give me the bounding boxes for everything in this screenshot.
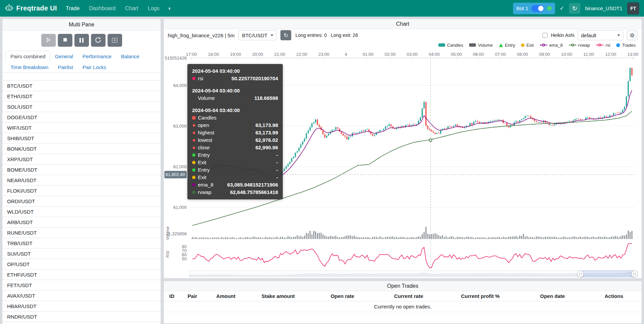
rvwap-line-icon xyxy=(569,43,576,47)
theme-toggle-icon[interactable]: ◐ xyxy=(168,5,172,12)
column-id[interactable]: ID xyxy=(164,291,180,301)
tooltip-row-close: close62,990.96 xyxy=(192,144,278,151)
plot-config-select[interactable]: default xyxy=(578,30,623,40)
legend-entry[interactable]: Entry xyxy=(499,43,515,48)
pair-list-item[interactable]: ETH/USDT xyxy=(2,91,161,102)
column-open-date[interactable]: Open date xyxy=(519,291,586,301)
brand[interactable]: Freqtrade UI xyxy=(5,3,57,13)
pause-button[interactable] xyxy=(74,34,89,47)
tab-pairs-combined[interactable]: Pairs combined xyxy=(6,51,50,62)
column-open-rate[interactable]: Open rate xyxy=(309,291,375,301)
pair-select[interactable]: BTC/USDT xyxy=(238,30,276,40)
chart-controls-right: Heikin Ashi default ⚙ xyxy=(543,30,638,40)
legend-volume[interactable]: Volume xyxy=(469,43,492,48)
svg-text:RSI: RSI xyxy=(165,251,170,258)
legend-rsi[interactable]: rsi xyxy=(596,43,610,48)
svg-text:4: 4 xyxy=(345,52,347,57)
tooltip-row-ema8: ema_863,085.948152171906 xyxy=(192,181,278,189)
svg-text:62,000: 62,000 xyxy=(173,164,187,169)
nav-link-logs[interactable]: Logs xyxy=(148,5,160,12)
stop-button[interactable] xyxy=(58,34,72,47)
cancel-open-orders-button[interactable]: × xyxy=(108,34,122,47)
pair-list-item[interactable]: BOME/USDT xyxy=(2,165,161,175)
pair-list-item[interactable]: NEAR/USDT xyxy=(2,175,161,186)
open-trades-column-headers: ID Pair Amount Stake amount Open rate Cu… xyxy=(164,291,642,301)
svg-text:18:00: 18:00 xyxy=(208,52,219,57)
bot-running-toggle[interactable] xyxy=(531,5,544,12)
legend-exit[interactable]: Exit xyxy=(521,43,534,48)
nav-link-dashboard[interactable]: Dashboard xyxy=(89,5,115,12)
legend-candles[interactable]: Candles xyxy=(438,43,463,48)
nav-link-chart[interactable]: Chart xyxy=(125,5,138,12)
svg-text:61,000: 61,000 xyxy=(173,205,187,210)
datazoom-left-handle[interactable] xyxy=(577,271,584,277)
entry-dot-icon xyxy=(192,153,196,157)
pair-list-item[interactable]: SUI/USDT xyxy=(2,249,161,259)
heikin-ashi-label: Heikin Ashi xyxy=(551,33,574,38)
svg-text:08:00: 08:00 xyxy=(517,52,528,57)
pair-list-item[interactable]: FLOKI/USDT xyxy=(2,186,161,196)
tab-balance[interactable]: Balance xyxy=(116,51,144,62)
tab-time-breakdown[interactable]: Time Breakdown xyxy=(6,62,53,73)
pair-list-item[interactable]: RUNE/USDT xyxy=(2,228,161,238)
reload-bot-button[interactable]: ↻ xyxy=(569,3,580,14)
pair-list-item[interactable]: BTC/USDT xyxy=(2,81,161,91)
tab-general[interactable]: General xyxy=(50,51,77,62)
column-stake-amount[interactable]: Stake amount xyxy=(247,291,309,301)
plot-settings-button[interactable]: ⚙ xyxy=(627,30,638,40)
pair-list-item[interactable]: RNDR/USDT xyxy=(2,311,161,322)
column-actions[interactable]: Actions xyxy=(586,291,642,301)
start-button[interactable] xyxy=(41,34,56,47)
reload-config-button[interactable] xyxy=(91,34,106,47)
pair-list-item[interactable]: BONK/USDT xyxy=(2,144,161,154)
bot-selector-chip[interactable]: Bot 1 xyxy=(513,3,555,14)
pair-list-item[interactable]: WIF/USDT xyxy=(2,123,161,133)
entry-triangle-icon xyxy=(499,43,503,47)
multi-pane-tabs: Pairs combined General Performance Balan… xyxy=(2,51,161,73)
strategy-timeframe-label: high_frog_binance_v226 | 5m xyxy=(168,33,234,38)
pair-list-item[interactable]: FET/USDT xyxy=(2,280,161,290)
column-current-profit[interactable]: Current profit % xyxy=(442,291,519,301)
pair-list-item[interactable]: ARB/USDT xyxy=(2,217,161,228)
svg-text:13:00: 13:00 xyxy=(627,52,639,57)
datazoom-slider[interactable] xyxy=(189,271,635,277)
tab-performance[interactable]: Performance xyxy=(78,51,116,62)
heikin-ashi-checkbox[interactable] xyxy=(543,33,548,38)
column-amount[interactable]: Amount xyxy=(205,291,247,301)
exit-dot-icon xyxy=(192,161,196,164)
svg-text:12:00: 12:00 xyxy=(605,52,616,57)
pair-list-item[interactable]: HBAR/USDT xyxy=(2,301,161,311)
freqtrade-robot-logo-icon xyxy=(5,3,14,13)
tooltip-row-entry: Entry- xyxy=(192,151,278,159)
legend-ema8[interactable]: ema_8 xyxy=(540,43,563,48)
pair-list-item[interactable]: DOGE/USDT xyxy=(2,112,161,123)
pair-list-item[interactable]: WLD/USDT xyxy=(2,207,161,217)
pair-list-item[interactable]: AVAX/USDT xyxy=(2,290,161,301)
legend-rvwap[interactable]: rvwap xyxy=(569,43,590,48)
pair-list-item[interactable]: SOL/USDT xyxy=(2,102,161,112)
exit-dot-icon xyxy=(192,176,196,179)
avatar[interactable]: FT xyxy=(627,2,639,15)
navbar-right: Bot 1 ✓ ↻ binance_USDT1 FT xyxy=(513,2,640,15)
pair-list-item[interactable]: AR/USDT xyxy=(2,322,161,324)
pair-list-item[interactable]: OP/USDT xyxy=(2,259,161,269)
pair-list-item[interactable]: ETHFI/USDT xyxy=(2,269,161,280)
legend-trades[interactable]: Trades xyxy=(616,43,636,48)
long-exit-stat: Long exit: 28 xyxy=(331,33,358,38)
trades-dot-icon xyxy=(616,43,620,47)
datazoom-right-handle[interactable] xyxy=(631,271,638,277)
tab-pair-locks[interactable]: Pair Locks xyxy=(78,62,111,73)
column-current-rate[interactable]: Current rate xyxy=(375,291,442,301)
pair-list-item[interactable]: XRP/USDT xyxy=(2,154,161,165)
refresh-chart-button[interactable]: ↻ xyxy=(280,30,291,40)
column-pair[interactable]: Pair xyxy=(180,291,205,301)
nav-link-trade[interactable]: Trade xyxy=(66,5,79,12)
pair-list-item[interactable]: SHIB/USDT xyxy=(2,133,161,144)
datazoom-window[interactable] xyxy=(580,271,635,277)
tab-pairlist[interactable]: Pairlist xyxy=(53,62,78,73)
pair-list-item[interactable]: TRB/USDT xyxy=(2,238,161,249)
pair-list-item[interactable]: ORDI/USDT xyxy=(2,196,161,207)
refresh-icon: ↻ xyxy=(284,33,288,38)
chart-controls: high_frog_binance_v226 | 5m BTC/USDT ↻ L… xyxy=(164,29,642,41)
gear-icon: ⚙ xyxy=(630,33,635,38)
